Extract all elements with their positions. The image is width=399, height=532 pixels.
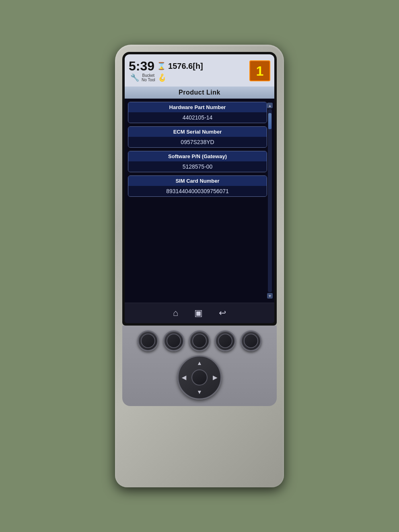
hardware-part-label: Hardware Part Number [128, 102, 267, 112]
time-display: 5:39 [129, 60, 154, 72]
header-bar: 5:39 ⌛ 1576.6[h] 🔧 Bucket No Tool 🪝 [125, 54, 274, 87]
dpad-down-arrow[interactable]: ▼ [197, 389, 202, 395]
fields-list: Hardware Part Number 4402105-14 ECM Seri… [128, 102, 267, 299]
tool-row: 🔧 Bucket No Tool 🪝 [129, 73, 203, 82]
scrollbar[interactable]: ▲ ▼ [267, 102, 273, 299]
software-pn-field: Software P/N (Gateway) 5128575-00 [128, 151, 267, 172]
nav-bar: ⌂ ▣ ↩ [125, 303, 274, 323]
sim-card-field: SIM Card Number 89314404000309756071 [128, 175, 267, 197]
hook-icon: 🪝 [158, 73, 167, 82]
hardware-part-value: 4402105-14 [128, 112, 267, 123]
dpad-up-arrow[interactable]: ▲ [197, 360, 202, 366]
screen-title: Product Link [125, 87, 274, 99]
ecm-serial-value: 0957S238YD [128, 137, 267, 147]
scroll-up-button[interactable]: ▲ [267, 103, 273, 108]
hourglass-icon: ⌛ [157, 62, 166, 70]
physical-button-1[interactable] [138, 330, 158, 351]
dpad-left-arrow[interactable]: ◀ [182, 374, 186, 381]
dpad-right-arrow[interactable]: ▶ [213, 374, 217, 381]
tool-name: No Tool [142, 78, 155, 82]
sim-card-value: 89314404000309756071 [128, 186, 267, 196]
screen-bezel: 5:39 ⌛ 1576.6[h] 🔧 Bucket No Tool 🪝 [122, 52, 277, 326]
scroll-thumb [268, 113, 271, 129]
software-pn-label: Software P/N (Gateway) [128, 151, 267, 161]
header-left: 5:39 ⌛ 1576.6[h] 🔧 Bucket No Tool 🪝 [129, 60, 203, 82]
device: 5:39 ⌛ 1576.6[h] 🔧 Bucket No Tool 🪝 [115, 45, 284, 487]
dpad[interactable]: ▲ ▼ ◀ ▶ [177, 355, 222, 400]
content-area: Hardware Part Number 4402105-14 ECM Seri… [125, 99, 274, 303]
hours-display: 1576.6[h] [168, 62, 203, 71]
ecm-serial-label: ECM Serial Number [128, 127, 267, 137]
machine-number: 1 [256, 64, 264, 78]
physical-button-2[interactable] [163, 330, 184, 351]
hardware-part-field: Hardware Part Number 4402105-14 [128, 102, 267, 123]
tool-type: Bucket [142, 73, 155, 78]
scroll-track [268, 109, 272, 292]
back-button[interactable]: ↩ [219, 308, 226, 318]
screen: 5:39 ⌛ 1576.6[h] 🔧 Bucket No Tool 🪝 [125, 54, 274, 323]
scroll-down-button[interactable]: ▼ [267, 293, 273, 299]
tool-info: Bucket No Tool [142, 73, 155, 82]
menu-button[interactable]: ▣ [194, 308, 203, 318]
physical-button-5[interactable] [241, 330, 261, 351]
sim-card-label: SIM Card Number [128, 176, 267, 186]
machine-number-box: 1 [249, 60, 270, 81]
bucket-icon: 🔧 [130, 73, 139, 82]
dpad-ring: ▲ ▼ ◀ ▶ [177, 355, 222, 400]
physical-button-4[interactable] [215, 330, 236, 351]
buttons-area: ▲ ▼ ◀ ▶ [122, 326, 277, 406]
home-button[interactable]: ⌂ [173, 308, 178, 318]
dpad-center[interactable] [191, 369, 208, 386]
physical-button-3[interactable] [189, 330, 210, 351]
software-pn-value: 5128575-00 [128, 161, 267, 172]
ecm-serial-field: ECM Serial Number 0957S238YD [128, 126, 267, 148]
top-buttons [138, 330, 261, 351]
time-row: 5:39 ⌛ 1576.6[h] [129, 60, 203, 72]
